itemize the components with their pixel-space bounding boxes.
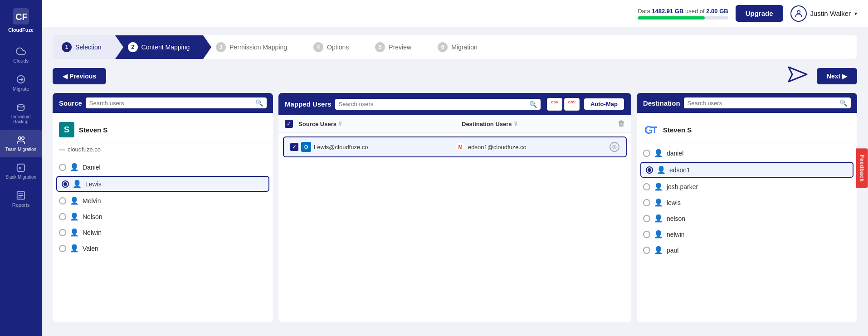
user-name-valen: Valen [83, 245, 98, 252]
source-user-valen[interactable]: 👤 Valen [53, 240, 273, 256]
sidebar-item-label-reports: Reports [12, 202, 30, 208]
dest-filter-icon[interactable]: ⊽ [514, 121, 517, 127]
dest-panel-body: G Steven S 👤 daniel [637, 113, 857, 322]
next-area: Next ▶ [784, 66, 857, 86]
dest-radio-daniel[interactable] [643, 150, 650, 157]
header-checkbox[interactable]: ✓ [285, 120, 293, 128]
dest-radio-joshparker[interactable] [643, 183, 650, 190]
col-source-header: Source Users ⊽ [298, 121, 462, 127]
delete-all-icon[interactable]: 🗑 [618, 120, 625, 128]
next-button[interactable]: Next ▶ [817, 68, 857, 84]
radio-lewis[interactable] [62, 180, 69, 188]
user-name-nelson: Nelson [83, 213, 102, 220]
dest-radio-paul[interactable] [643, 247, 650, 254]
mapped-search-input[interactable] [339, 101, 527, 107]
mapped-search-box[interactable]: 🔍 [335, 99, 541, 110]
csv-download-button[interactable]: CSV ↓ [547, 98, 562, 111]
radio-nelson[interactable] [59, 213, 66, 220]
app-logo[interactable]: CF CloudFuze [8, 5, 34, 36]
sidebar-item-team-migration[interactable]: Team Migration [0, 130, 42, 157]
source-user-nelson[interactable]: 👤 Nelson [53, 209, 273, 224]
step-2-arrow [203, 35, 211, 59]
user-profile[interactable]: Justin Walker ▾ [790, 5, 857, 22]
sidebar: CF CloudFuze Clouds Migrate Individual B… [0, 0, 42, 336]
sidebar-item-label-clouds: Clouds [13, 58, 29, 63]
sidebar-item-slack-migration[interactable]: # Slack Migration [0, 157, 42, 185]
source-user-daniel[interactable]: 👤 Daniel [53, 159, 273, 175]
step-3-label: Permission Mapping [229, 44, 287, 51]
source-account: S Steven S [53, 117, 273, 142]
dest-search-input[interactable] [688, 100, 838, 107]
csv-upload-button[interactable]: CSV ↑ [564, 98, 580, 111]
step-migration[interactable]: 6 Migration [425, 35, 487, 59]
source-user-lewis[interactable]: 👤 Lewis [56, 176, 269, 192]
dest-user-nelson[interactable]: 👤 nelson [637, 210, 857, 226]
person-icon-melvin: 👤 [70, 196, 79, 205]
dest-user-email-0: M edson1@cloudfuze.co [455, 142, 607, 152]
sidebar-item-individual-backup[interactable]: Individual Backup [0, 97, 42, 130]
step-content-mapping[interactable]: 2 Content Mapping [115, 35, 204, 59]
dest-radio-nelwin[interactable] [643, 231, 650, 238]
user-name-daniel: Daniel [83, 164, 101, 171]
source-user-nelwin[interactable]: 👤 Nelwin [53, 224, 273, 240]
source-search-box[interactable]: 🔍 [86, 97, 267, 108]
radio-valen[interactable] [59, 245, 66, 252]
mapped-search-icon: 🔍 [529, 101, 537, 108]
radio-nelwin[interactable] [59, 229, 66, 236]
source-search-input[interactable] [89, 100, 254, 107]
radio-daniel[interactable] [59, 164, 66, 171]
data-total: 2.00 GB [706, 8, 728, 15]
dest-user-joshparker[interactable]: 👤 josh.parker [637, 179, 857, 195]
data-of: used of [685, 8, 705, 15]
previous-button[interactable]: ◀ Previous [53, 68, 106, 84]
sidebar-item-label-backup: Individual Backup [4, 114, 38, 124]
dest-user-paul[interactable]: 👤 paul [637, 242, 857, 258]
step-permission-mapping[interactable]: 3 Permission Mapping [203, 35, 301, 59]
sidebar-item-migrate[interactable]: Migrate [0, 69, 42, 97]
dest-user-nelwin[interactable]: 👤 nelwin [637, 226, 857, 242]
step-options[interactable]: 4 Options [301, 35, 362, 59]
progress-bar-fill [638, 16, 705, 19]
step-1-number: 1 [62, 42, 72, 52]
remove-mapping-button-0[interactable]: ⊗ [610, 142, 619, 152]
source-user-melvin[interactable]: 👤 Melvin [53, 193, 273, 209]
svg-rect-13 [650, 127, 657, 128]
slack-icon: # [16, 163, 26, 173]
automap-button[interactable]: Auto-Map [583, 97, 625, 111]
migrate-icon [16, 74, 26, 84]
source-filter-icon[interactable]: ⊽ [338, 121, 342, 127]
dest-user-edson1[interactable]: 👤 edson1 [640, 162, 853, 178]
dest-label: Destination [643, 99, 680, 107]
upgrade-button[interactable]: Upgrade [736, 5, 783, 22]
backup-icon [16, 102, 26, 112]
radio-melvin[interactable] [59, 197, 66, 205]
main-content: Data 1482.91 GB used of 2.00 GB Upgrade … [42, 0, 868, 336]
source-email-text-0: Lewis@cloudfuze.co [314, 144, 368, 151]
topbar: Data 1482.91 GB used of 2.00 GB Upgrade … [42, 0, 868, 27]
step-selection[interactable]: 1 Selection [53, 35, 115, 59]
select-all-checkbox[interactable]: ✓ [285, 120, 298, 128]
dest-user-name-nelwin: nelwin [667, 231, 685, 238]
sidebar-item-reports[interactable]: Reports [0, 185, 42, 213]
dest-user-lewis[interactable]: 👤 lewis [637, 195, 857, 210]
domain-text: cloudfuze.co [68, 146, 101, 153]
step-5-arrow [425, 35, 433, 59]
dest-search-box[interactable]: 🔍 [684, 97, 851, 108]
dest-user-daniel[interactable]: 👤 daniel [637, 145, 857, 161]
dest-person-icon-nelwin: 👤 [654, 230, 663, 239]
step-4-label: Options [327, 44, 349, 51]
step-preview[interactable]: 5 Preview [362, 35, 425, 59]
dest-radio-nelson[interactable] [643, 215, 650, 222]
sidebar-item-clouds[interactable]: Clouds [0, 41, 42, 69]
feedback-button[interactable]: Feedback [856, 148, 868, 188]
data-usage-text: Data 1482.91 GB used of 2.00 GB [638, 8, 728, 15]
user-name-melvin: Melvin [83, 197, 101, 205]
row-checkbox-0[interactable]: ✓ [290, 143, 298, 151]
dest-radio-edson1[interactable] [646, 166, 653, 174]
panels: Source 🔍 S Steven S — cloudfuze.co [53, 93, 857, 322]
dest-panel: Destination 🔍 G [637, 93, 857, 322]
nav-buttons: ◀ Previous Next ▶ [53, 66, 857, 86]
person-icon-lewis: 👤 [73, 180, 82, 188]
dest-radio-lewis[interactable] [643, 199, 650, 206]
step-6-number: 6 [438, 42, 448, 52]
